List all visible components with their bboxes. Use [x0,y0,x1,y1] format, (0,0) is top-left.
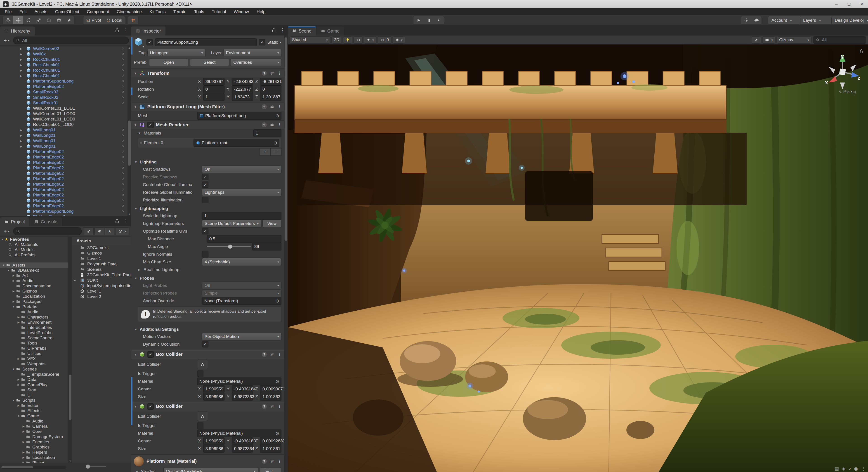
scale-in-lightmap-field[interactable]: 1 [202,212,281,220]
hierarchy-item-WallCornerL01_LOD0[interactable]: WallCornerL01_LOD0 [0,117,127,122]
hierarchy-item-RockChunk01[interactable]: ▶RockChunk01> [0,57,127,62]
favorite-item-all-materials[interactable]: All Materials [0,242,72,247]
project-folder-helpers[interactable]: ▶Helpers [0,450,72,455]
mesh-renderer-checkbox[interactable]: ✓ [147,122,154,128]
project-folder-localization[interactable]: ▶Localization [0,455,72,460]
rotate-tool-icon[interactable] [23,16,33,24]
prefab-select-chevron[interactable]: > [122,85,124,89]
hierarchy-item-Wall0x[interactable]: ▶Wall0x> [0,51,127,57]
center-z-field[interactable]: 0.00093071 [260,385,281,393]
hierarchy-item-WallCornerL01_LOD0[interactable]: WallCornerL01_LOD0 [0,111,127,117]
scene-grid-dropdown[interactable]: ▾ [393,36,405,43]
prioritize-illumination-checkbox[interactable] [202,197,209,203]
prefab-select-chevron[interactable]: > [122,57,124,62]
hidden-packages-toggle[interactable]: 5 [115,227,129,235]
size-z-field[interactable]: 1.001861 [260,445,281,452]
scene-lighting-toggle[interactable] [343,36,352,43]
center-x-field[interactable]: 1.990559 [203,437,224,445]
prefab-select-chevron[interactable]: > [122,150,124,154]
project-add-button[interactable]: +▾ [2,228,11,234]
favorite-item-all-models[interactable]: All Models [0,247,72,252]
max-angle-slider[interactable] [207,243,251,250]
hierarchy-item-SmallRock02[interactable]: SmallRock02> [0,95,127,100]
hierarchy-item-RockChunk01_LOD0[interactable]: RockChunk01_LOD0 [0,122,127,127]
menu-help[interactable]: Help [253,8,269,15]
hierarchy-item-PlatformEdge02[interactable]: PlatformEdge02> [0,171,127,176]
hierarchy-item-SmallRock01[interactable]: SmallRock01> [0,100,127,105]
hierarchy-scrollbar[interactable]: ▲ ▼ [127,46,131,216]
prefab-select-chevron[interactable]: > [122,171,124,176]
object-picker-icon[interactable]: ⊙ [275,113,279,119]
asset-item-inputsystem-inputsettings[interactable]: {}InputSystem.inputsettings [72,283,131,288]
project-folder-enemies[interactable]: ▶Enemies [0,439,72,444]
status-icon-2[interactable]: ◈ [842,466,845,471]
materials-count-field[interactable]: 1 [253,129,281,137]
hierarchy-item-RockChunk01[interactable]: ▶RockChunk01> [0,62,127,68]
project-folder-uiprefabs[interactable]: UIPrefabs [0,346,72,351]
hierarchy-item-PlatformEdge02[interactable]: PlatformEdge02> [0,203,127,209]
project-folder-3dgamekit[interactable]: ▼3DGamekit [0,268,72,273]
prefab-select-chevron[interactable]: > [122,193,124,197]
add-material-button[interactable]: + [260,148,271,156]
asset-item-polybrush-data[interactable]: Polybrush Data [72,261,131,267]
2d-toggle[interactable]: 2D [332,36,342,43]
search-by-label-icon[interactable] [94,227,104,235]
menu-edit[interactable]: Edit [16,8,31,15]
asset-item-3dgamekit-third-party[interactable]: 3DGameKit_Third-Party [72,272,131,278]
center-x-field[interactable]: 1.990559 [203,385,224,393]
hierarchy-item-WallCornerL01_LOD1[interactable]: WallCornerL01_LOD1 [0,105,127,111]
lock-icon[interactable] [272,28,276,33]
tab-console[interactable]: Console [30,217,62,226]
menu-kit-tools[interactable]: Kit Tools [146,8,169,15]
scene-viewport[interactable]: y z x <Persp ▤ ◈ ♪ ◉ ⋮ [288,44,868,472]
hierarchy-item-PlatformEdge02[interactable]: PlatformEdge02> [0,192,127,198]
status-icon-5[interactable]: ⋮ [861,466,866,471]
hierarchy-item-SmallRock03[interactable]: SmallRock03> [0,89,127,95]
material-foldout-arrow[interactable]: ▶ [136,470,138,472]
box-collider-1-header[interactable]: ▼ ✓ Box Collider ?⇄⋮ [131,350,284,359]
prefab-overrides-dropdown[interactable]: Overrides▾ [231,59,281,66]
project-folder-ui[interactable]: UI [0,392,72,398]
project-folder-documentation[interactable]: Documentation [0,283,72,288]
prefab-select-chevron[interactable]: > [122,128,124,132]
cloud-icon[interactable] [751,16,762,24]
prefab-select-chevron[interactable]: > [122,52,124,56]
project-folder-utilities[interactable]: Utilities [0,351,72,356]
scale-y-field[interactable]: 1.83473 [232,93,253,101]
hierarchy-item-PlatformEdge02[interactable]: PlatformEdge02> [0,165,127,171]
project-folder-damagesystem[interactable]: DamageSystem [0,434,72,439]
hierarchy-item-WallLong01[interactable]: ▶WallLong01> [0,127,127,133]
hierarchy-item-PlatformEdge02[interactable]: PlatformEdge02> [0,84,127,89]
presets-icon[interactable]: ⇄ [270,71,274,76]
center-y-field[interactable]: -0.4936184 [232,385,253,393]
motion-vectors-dropdown[interactable]: Per Object Motion▾ [202,333,281,340]
project-folder-scenecontrol[interactable]: SceneControl [0,335,72,340]
tab-game[interactable]: Game [316,27,344,35]
project-folder-gizmos[interactable]: ▶Gizmos [0,288,72,294]
menu-file[interactable]: File [1,8,16,15]
cast-shadows-dropdown[interactable]: On▾ [202,165,281,173]
menu-assets[interactable]: Assets [31,8,51,15]
hierarchy-menu-icon[interactable]: ⋮ [123,27,128,33]
transform-tool-icon[interactable] [54,16,64,24]
size-z-field[interactable]: 1.001862 [260,393,281,401]
is-trigger-checkbox[interactable] [197,422,204,429]
remove-material-button[interactable]: − [271,148,281,156]
mesh-filter-header[interactable]: ▼ Platform Support Long (Mesh Filter) ?⇄… [131,102,284,111]
max-distance-field[interactable]: 0.5 [207,235,281,243]
menu-component[interactable]: Component [83,8,113,15]
hierarchy-item-RockChunk01[interactable]: ▶RockChunk01> [0,73,127,78]
anchor-override-field[interactable]: None (Transform)⊙ [202,297,281,305]
project-folder-editor[interactable]: ▶Editor [0,403,72,408]
hierarchy-item-WallLong01[interactable]: ▶WallLong01> [0,144,127,149]
pause-button[interactable] [424,16,434,24]
favorites-star-icon[interactable]: ★ [105,227,114,235]
prefab-select-chevron[interactable]: > [122,204,124,208]
shading-mode-dropdown[interactable]: Shaded▾ [289,36,330,43]
position-z-field[interactable]: -6.261431 [260,78,281,86]
project-search-input[interactable] [13,227,82,235]
hierarchy-item-WallLong01[interactable]: ▶WallLong01> [0,133,127,138]
scale-tool-icon[interactable] [33,16,43,24]
project-folder-weapons[interactable]: Weapons [0,361,72,367]
prefab-select-button[interactable]: Select [190,59,229,66]
